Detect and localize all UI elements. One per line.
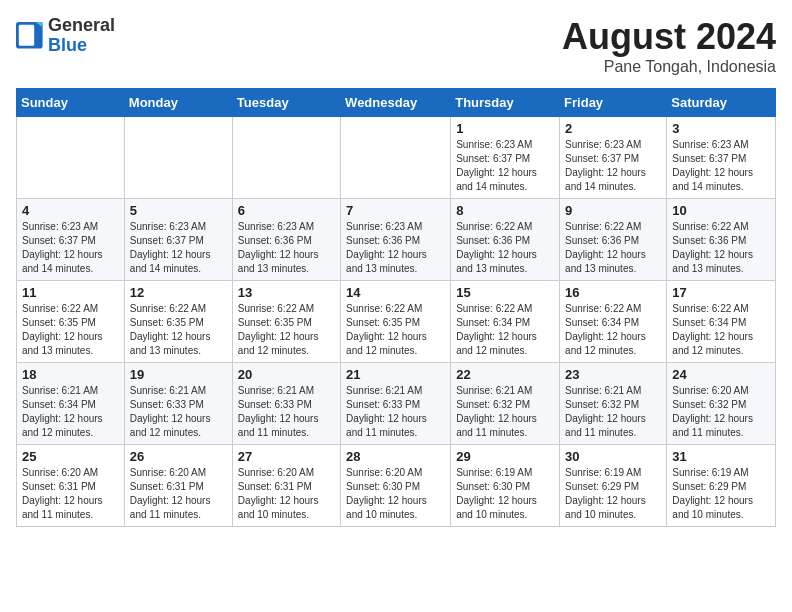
page-header: General Blue August 2024 Pane Tongah, In… xyxy=(16,16,776,76)
calendar-day-cell: 24Sunrise: 6:20 AM Sunset: 6:32 PM Dayli… xyxy=(667,363,776,445)
calendar-day-cell: 8Sunrise: 6:22 AM Sunset: 6:36 PM Daylig… xyxy=(451,199,560,281)
day-number: 20 xyxy=(238,367,335,382)
day-info: Sunrise: 6:20 AM Sunset: 6:31 PM Dayligh… xyxy=(238,466,335,522)
calendar-week-row: 25Sunrise: 6:20 AM Sunset: 6:31 PM Dayli… xyxy=(17,445,776,527)
calendar-day-cell xyxy=(232,117,340,199)
calendar-day-cell: 28Sunrise: 6:20 AM Sunset: 6:30 PM Dayli… xyxy=(341,445,451,527)
day-info: Sunrise: 6:22 AM Sunset: 6:36 PM Dayligh… xyxy=(672,220,770,276)
logo-blue: Blue xyxy=(48,36,115,56)
day-number: 6 xyxy=(238,203,335,218)
day-number: 10 xyxy=(672,203,770,218)
day-info: Sunrise: 6:23 AM Sunset: 6:37 PM Dayligh… xyxy=(130,220,227,276)
calendar-day-header: Tuesday xyxy=(232,89,340,117)
day-info: Sunrise: 6:22 AM Sunset: 6:34 PM Dayligh… xyxy=(456,302,554,358)
day-number: 19 xyxy=(130,367,227,382)
day-number: 1 xyxy=(456,121,554,136)
calendar-day-cell: 15Sunrise: 6:22 AM Sunset: 6:34 PM Dayli… xyxy=(451,281,560,363)
day-info: Sunrise: 6:23 AM Sunset: 6:37 PM Dayligh… xyxy=(456,138,554,194)
day-number: 13 xyxy=(238,285,335,300)
day-info: Sunrise: 6:22 AM Sunset: 6:35 PM Dayligh… xyxy=(130,302,227,358)
day-info: Sunrise: 6:21 AM Sunset: 6:33 PM Dayligh… xyxy=(130,384,227,440)
day-number: 27 xyxy=(238,449,335,464)
calendar-day-cell: 13Sunrise: 6:22 AM Sunset: 6:35 PM Dayli… xyxy=(232,281,340,363)
calendar-day-header: Friday xyxy=(560,89,667,117)
calendar-day-cell: 16Sunrise: 6:22 AM Sunset: 6:34 PM Dayli… xyxy=(560,281,667,363)
day-number: 30 xyxy=(565,449,661,464)
day-number: 26 xyxy=(130,449,227,464)
calendar-day-cell: 9Sunrise: 6:22 AM Sunset: 6:36 PM Daylig… xyxy=(560,199,667,281)
calendar-day-cell: 10Sunrise: 6:22 AM Sunset: 6:36 PM Dayli… xyxy=(667,199,776,281)
calendar-day-cell: 3Sunrise: 6:23 AM Sunset: 6:37 PM Daylig… xyxy=(667,117,776,199)
calendar-day-cell: 20Sunrise: 6:21 AM Sunset: 6:33 PM Dayli… xyxy=(232,363,340,445)
calendar-day-cell: 4Sunrise: 6:23 AM Sunset: 6:37 PM Daylig… xyxy=(17,199,125,281)
day-number: 17 xyxy=(672,285,770,300)
calendar-day-header: Sunday xyxy=(17,89,125,117)
day-number: 21 xyxy=(346,367,445,382)
page-subtitle: Pane Tongah, Indonesia xyxy=(562,58,776,76)
day-number: 2 xyxy=(565,121,661,136)
logo-general: General xyxy=(48,16,115,36)
day-number: 3 xyxy=(672,121,770,136)
day-info: Sunrise: 6:23 AM Sunset: 6:36 PM Dayligh… xyxy=(346,220,445,276)
day-number: 25 xyxy=(22,449,119,464)
calendar-week-row: 18Sunrise: 6:21 AM Sunset: 6:34 PM Dayli… xyxy=(17,363,776,445)
day-number: 9 xyxy=(565,203,661,218)
day-number: 12 xyxy=(130,285,227,300)
day-info: Sunrise: 6:20 AM Sunset: 6:30 PM Dayligh… xyxy=(346,466,445,522)
day-info: Sunrise: 6:20 AM Sunset: 6:32 PM Dayligh… xyxy=(672,384,770,440)
calendar-header-row: SundayMondayTuesdayWednesdayThursdayFrid… xyxy=(17,89,776,117)
calendar-week-row: 11Sunrise: 6:22 AM Sunset: 6:35 PM Dayli… xyxy=(17,281,776,363)
day-number: 28 xyxy=(346,449,445,464)
day-info: Sunrise: 6:21 AM Sunset: 6:33 PM Dayligh… xyxy=(238,384,335,440)
day-number: 24 xyxy=(672,367,770,382)
day-info: Sunrise: 6:19 AM Sunset: 6:29 PM Dayligh… xyxy=(672,466,770,522)
day-number: 31 xyxy=(672,449,770,464)
logo-icon xyxy=(16,22,44,50)
day-info: Sunrise: 6:20 AM Sunset: 6:31 PM Dayligh… xyxy=(22,466,119,522)
day-info: Sunrise: 6:23 AM Sunset: 6:37 PM Dayligh… xyxy=(22,220,119,276)
title-block: August 2024 Pane Tongah, Indonesia xyxy=(562,16,776,76)
day-number: 7 xyxy=(346,203,445,218)
day-info: Sunrise: 6:22 AM Sunset: 6:36 PM Dayligh… xyxy=(565,220,661,276)
calendar-day-cell: 1Sunrise: 6:23 AM Sunset: 6:37 PM Daylig… xyxy=(451,117,560,199)
day-info: Sunrise: 6:23 AM Sunset: 6:37 PM Dayligh… xyxy=(672,138,770,194)
calendar-day-cell: 14Sunrise: 6:22 AM Sunset: 6:35 PM Dayli… xyxy=(341,281,451,363)
calendar-day-cell: 26Sunrise: 6:20 AM Sunset: 6:31 PM Dayli… xyxy=(124,445,232,527)
calendar-day-header: Monday xyxy=(124,89,232,117)
day-info: Sunrise: 6:22 AM Sunset: 6:34 PM Dayligh… xyxy=(565,302,661,358)
calendar-day-cell: 21Sunrise: 6:21 AM Sunset: 6:33 PM Dayli… xyxy=(341,363,451,445)
calendar-day-cell: 29Sunrise: 6:19 AM Sunset: 6:30 PM Dayli… xyxy=(451,445,560,527)
day-info: Sunrise: 6:22 AM Sunset: 6:34 PM Dayligh… xyxy=(672,302,770,358)
calendar-day-cell: 27Sunrise: 6:20 AM Sunset: 6:31 PM Dayli… xyxy=(232,445,340,527)
calendar-day-cell: 23Sunrise: 6:21 AM Sunset: 6:32 PM Dayli… xyxy=(560,363,667,445)
logo: General Blue xyxy=(16,16,115,56)
calendar-day-cell: 12Sunrise: 6:22 AM Sunset: 6:35 PM Dayli… xyxy=(124,281,232,363)
calendar-week-row: 4Sunrise: 6:23 AM Sunset: 6:37 PM Daylig… xyxy=(17,199,776,281)
calendar-day-header: Thursday xyxy=(451,89,560,117)
logo-text: General Blue xyxy=(48,16,115,56)
day-info: Sunrise: 6:22 AM Sunset: 6:35 PM Dayligh… xyxy=(238,302,335,358)
day-number: 11 xyxy=(22,285,119,300)
page-title: August 2024 xyxy=(562,16,776,58)
day-info: Sunrise: 6:20 AM Sunset: 6:31 PM Dayligh… xyxy=(130,466,227,522)
day-number: 15 xyxy=(456,285,554,300)
day-info: Sunrise: 6:22 AM Sunset: 6:36 PM Dayligh… xyxy=(456,220,554,276)
day-info: Sunrise: 6:21 AM Sunset: 6:33 PM Dayligh… xyxy=(346,384,445,440)
calendar-day-cell: 17Sunrise: 6:22 AM Sunset: 6:34 PM Dayli… xyxy=(667,281,776,363)
calendar-day-cell: 18Sunrise: 6:21 AM Sunset: 6:34 PM Dayli… xyxy=(17,363,125,445)
day-number: 23 xyxy=(565,367,661,382)
calendar-day-cell xyxy=(341,117,451,199)
calendar-day-cell: 25Sunrise: 6:20 AM Sunset: 6:31 PM Dayli… xyxy=(17,445,125,527)
calendar-day-cell: 7Sunrise: 6:23 AM Sunset: 6:36 PM Daylig… xyxy=(341,199,451,281)
calendar-day-cell: 31Sunrise: 6:19 AM Sunset: 6:29 PM Dayli… xyxy=(667,445,776,527)
calendar-day-header: Saturday xyxy=(667,89,776,117)
day-number: 29 xyxy=(456,449,554,464)
calendar-day-cell: 22Sunrise: 6:21 AM Sunset: 6:32 PM Dayli… xyxy=(451,363,560,445)
calendar-day-cell: 6Sunrise: 6:23 AM Sunset: 6:36 PM Daylig… xyxy=(232,199,340,281)
day-number: 16 xyxy=(565,285,661,300)
calendar-table: SundayMondayTuesdayWednesdayThursdayFrid… xyxy=(16,88,776,527)
calendar-day-cell: 30Sunrise: 6:19 AM Sunset: 6:29 PM Dayli… xyxy=(560,445,667,527)
day-info: Sunrise: 6:21 AM Sunset: 6:32 PM Dayligh… xyxy=(565,384,661,440)
day-number: 5 xyxy=(130,203,227,218)
svg-rect-2 xyxy=(19,25,34,46)
